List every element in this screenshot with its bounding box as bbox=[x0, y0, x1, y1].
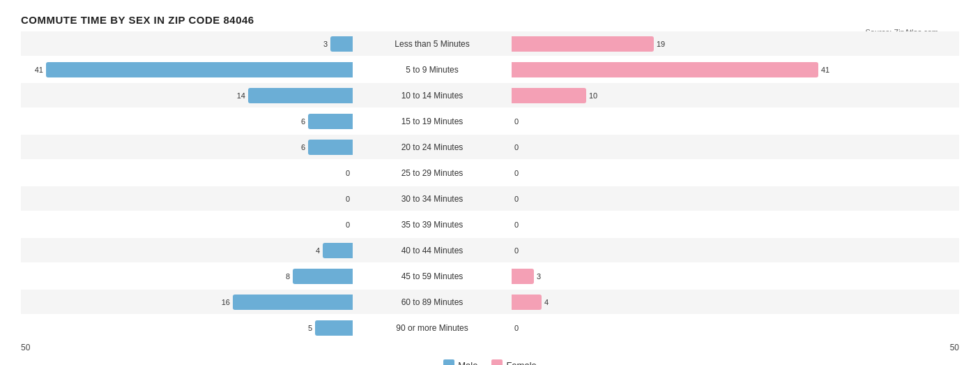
female-section: 0 bbox=[509, 320, 843, 336]
row-label: Less than 5 Minutes bbox=[355, 39, 509, 49]
female-section: 19 bbox=[509, 36, 843, 52]
male-section: 0 bbox=[21, 191, 355, 207]
male-bar bbox=[293, 269, 353, 284]
row-label: 10 to 14 Minutes bbox=[355, 91, 509, 100]
male-legend-box bbox=[443, 359, 454, 365]
male-bar bbox=[46, 62, 353, 77]
row-label: 20 to 24 Minutes bbox=[355, 142, 509, 152]
male-section: 6 bbox=[21, 114, 355, 129]
male-bar bbox=[308, 140, 353, 155]
male-section: 0 bbox=[21, 217, 355, 232]
male-value: 16 bbox=[216, 298, 230, 306]
female-value: 0 bbox=[514, 246, 528, 255]
female-section: 0 bbox=[509, 114, 843, 129]
male-bar bbox=[330, 36, 353, 52]
row-label: 35 to 39 Minutes bbox=[355, 220, 509, 230]
female-bar bbox=[512, 88, 586, 103]
legend-female: Female bbox=[491, 359, 536, 365]
female-bar bbox=[512, 269, 534, 284]
female-bar bbox=[512, 295, 542, 310]
male-section: 14 bbox=[21, 88, 355, 103]
male-section: 4 bbox=[21, 243, 355, 258]
row-label: 60 to 89 Minutes bbox=[355, 297, 509, 307]
axis-right: 50 bbox=[950, 343, 959, 352]
female-bar bbox=[512, 62, 818, 77]
axis-labels: 50 50 bbox=[21, 343, 959, 352]
legend-male-label: Male bbox=[458, 360, 477, 366]
table-row: 1410 to 14 Minutes10 bbox=[21, 83, 959, 107]
row-label: 45 to 59 Minutes bbox=[355, 271, 509, 281]
row-label: 25 to 29 Minutes bbox=[355, 168, 509, 178]
row-label: 15 to 19 Minutes bbox=[355, 117, 509, 126]
male-bar bbox=[233, 295, 353, 310]
female-value: 0 bbox=[514, 324, 528, 332]
row-label: 30 to 34 Minutes bbox=[355, 194, 509, 204]
female-section: 10 bbox=[509, 88, 843, 103]
male-value: 0 bbox=[336, 169, 350, 177]
table-row: 025 to 29 Minutes0 bbox=[21, 161, 959, 185]
female-section: 0 bbox=[509, 140, 843, 155]
female-section: 4 bbox=[509, 295, 843, 310]
male-value: 5 bbox=[298, 324, 312, 332]
female-value: 4 bbox=[544, 298, 558, 306]
female-value: 3 bbox=[537, 272, 551, 281]
axis-left: 50 bbox=[21, 343, 30, 352]
male-value: 41 bbox=[29, 66, 43, 74]
male-value: 14 bbox=[231, 91, 245, 100]
female-value: 41 bbox=[821, 66, 835, 74]
female-bar bbox=[512, 36, 654, 52]
male-section: 6 bbox=[21, 140, 355, 155]
male-value: 6 bbox=[291, 143, 305, 151]
male-section: 0 bbox=[21, 165, 355, 181]
chart-title: COMMUTE TIME BY SEX IN ZIP CODE 84046 bbox=[21, 14, 959, 26]
row-label: 90 or more Minutes bbox=[355, 323, 509, 333]
female-section: 0 bbox=[509, 243, 843, 258]
table-row: 1660 to 89 Minutes4 bbox=[21, 290, 959, 314]
male-bar bbox=[248, 88, 353, 103]
table-row: 3Less than 5 Minutes19 bbox=[21, 31, 959, 56]
male-bar bbox=[323, 243, 353, 258]
female-value: 0 bbox=[514, 221, 528, 229]
female-value: 0 bbox=[514, 169, 528, 177]
female-section: 41 bbox=[509, 62, 843, 77]
row-label: 40 to 44 Minutes bbox=[355, 246, 509, 255]
female-section: 0 bbox=[509, 217, 843, 232]
table-row: 620 to 24 Minutes0 bbox=[21, 135, 959, 159]
table-row: 590 or more Minutes0 bbox=[21, 315, 959, 340]
table-row: 415 to 9 Minutes41 bbox=[21, 57, 959, 82]
male-section: 41 bbox=[21, 62, 355, 77]
table-row: 845 to 59 Minutes3 bbox=[21, 264, 959, 288]
female-value: 0 bbox=[514, 117, 528, 126]
table-row: 440 to 44 Minutes0 bbox=[21, 238, 959, 262]
female-section: 0 bbox=[509, 165, 843, 181]
legend: Male Female bbox=[21, 359, 959, 365]
male-section: 8 bbox=[21, 269, 355, 284]
legend-male: Male bbox=[443, 359, 477, 365]
male-section: 5 bbox=[21, 320, 355, 336]
male-value: 8 bbox=[276, 272, 290, 281]
table-row: 615 to 19 Minutes0 bbox=[21, 109, 959, 133]
female-value: 19 bbox=[657, 40, 671, 48]
female-legend-box bbox=[491, 359, 503, 365]
female-section: 0 bbox=[509, 191, 843, 207]
legend-female-label: Female bbox=[506, 360, 536, 366]
male-value: 4 bbox=[306, 246, 320, 255]
male-section: 3 bbox=[21, 36, 355, 52]
male-section: 16 bbox=[21, 295, 355, 310]
male-value: 0 bbox=[336, 195, 350, 203]
female-value: 10 bbox=[589, 91, 603, 100]
male-bar bbox=[308, 114, 353, 129]
table-row: 035 to 39 Minutes0 bbox=[21, 212, 959, 237]
female-value: 0 bbox=[514, 143, 528, 151]
male-bar bbox=[315, 320, 353, 336]
male-value: 3 bbox=[314, 40, 328, 48]
table-row: 030 to 34 Minutes0 bbox=[21, 186, 959, 211]
female-value: 0 bbox=[514, 195, 528, 203]
female-section: 3 bbox=[509, 269, 843, 284]
chart-area: 3Less than 5 Minutes19415 to 9 Minutes41… bbox=[21, 31, 959, 365]
row-label: 5 to 9 Minutes bbox=[355, 65, 509, 75]
male-value: 0 bbox=[336, 221, 350, 229]
male-value: 6 bbox=[291, 117, 305, 126]
